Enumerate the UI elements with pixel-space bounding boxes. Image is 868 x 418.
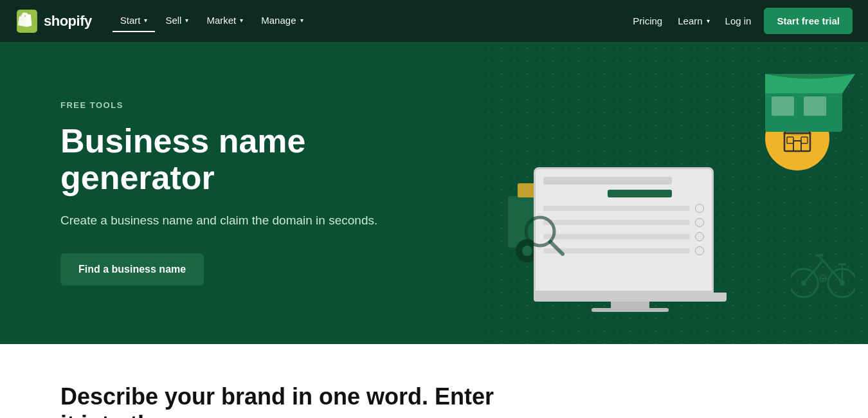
- svg-rect-17: [804, 96, 826, 116]
- nav-item-manage[interactable]: Manage ▾: [253, 10, 311, 32]
- screen-row-3: [543, 232, 704, 241]
- laptop-foot: [592, 308, 669, 312]
- nav-login-link[interactable]: Log in: [723, 10, 754, 32]
- hero-title: Business name generator: [60, 123, 420, 196]
- chevron-down-icon: ▾: [240, 17, 243, 24]
- svg-line-32: [550, 242, 563, 254]
- start-trial-button[interactable]: Start free trial: [764, 8, 853, 34]
- logo-link[interactable]: shopify: [15, 10, 92, 33]
- navbar-left: shopify Start ▾ Sell ▾ Market ▾ Manage ▾: [15, 10, 311, 33]
- chevron-down-icon: ▾: [707, 17, 710, 24]
- shop-awning-illustration: [752, 61, 855, 138]
- screen-row-1: [543, 204, 704, 213]
- hero-subtitle: Create a business name and claim the dom…: [60, 212, 420, 230]
- nav-item-market-label: Market: [206, 15, 236, 26]
- nav-item-start[interactable]: Start ▾: [113, 10, 156, 32]
- svg-rect-12: [793, 141, 801, 151]
- logo-text: shopify: [44, 13, 92, 30]
- laptop-stand: [611, 302, 649, 308]
- bicycle-illustration: [791, 241, 855, 299]
- nav-links: Start ▾ Sell ▾ Market ▾ Manage ▾: [113, 10, 311, 32]
- find-business-name-button[interactable]: Find a business name: [60, 253, 204, 286]
- screen-green-btn: [608, 190, 672, 197]
- hero-section: FREE TOOLS Business name generator Creat…: [0, 42, 868, 344]
- nav-pricing-link[interactable]: Pricing: [630, 10, 665, 32]
- screen-search-bar: [543, 177, 672, 185]
- nav-learn-label: Learn: [678, 15, 702, 26]
- nav-item-start-label: Start: [120, 15, 141, 26]
- hero-label: FREE TOOLS: [60, 100, 420, 110]
- nav-login-label: Log in: [725, 15, 752, 26]
- svg-rect-16: [772, 96, 794, 116]
- screen-row-2: [543, 218, 704, 227]
- navbar-right: Pricing Learn ▾ Log in Start free trial: [630, 8, 853, 34]
- screen-row-4: [543, 246, 704, 255]
- nav-item-sell[interactable]: Sell ▾: [158, 10, 196, 32]
- laptop-base: [534, 293, 727, 302]
- navbar: shopify Start ▾ Sell ▾ Market ▾ Manage ▾…: [0, 0, 868, 42]
- chevron-down-icon: ▾: [300, 17, 303, 24]
- hero-content: FREE TOOLS Business name generator Creat…: [60, 100, 420, 286]
- nav-item-market[interactable]: Market ▾: [199, 10, 251, 32]
- nav-learn-link[interactable]: Learn ▾: [675, 10, 712, 32]
- shopify-logo-icon: [15, 10, 39, 33]
- below-hero-section: Describe your brand in one word. Enter i…: [0, 344, 868, 418]
- chevron-down-icon: ▾: [185, 17, 188, 24]
- below-hero-title: Describe your brand in one word. Enter i…: [60, 383, 511, 418]
- magnifier-illustration: [521, 212, 566, 257]
- nav-item-manage-label: Manage: [261, 15, 296, 26]
- nav-item-sell-label: Sell: [165, 15, 181, 26]
- nav-pricing-label: Pricing: [633, 15, 662, 26]
- hero-illustration: [502, 68, 842, 318]
- chevron-down-icon: ▾: [144, 17, 147, 24]
